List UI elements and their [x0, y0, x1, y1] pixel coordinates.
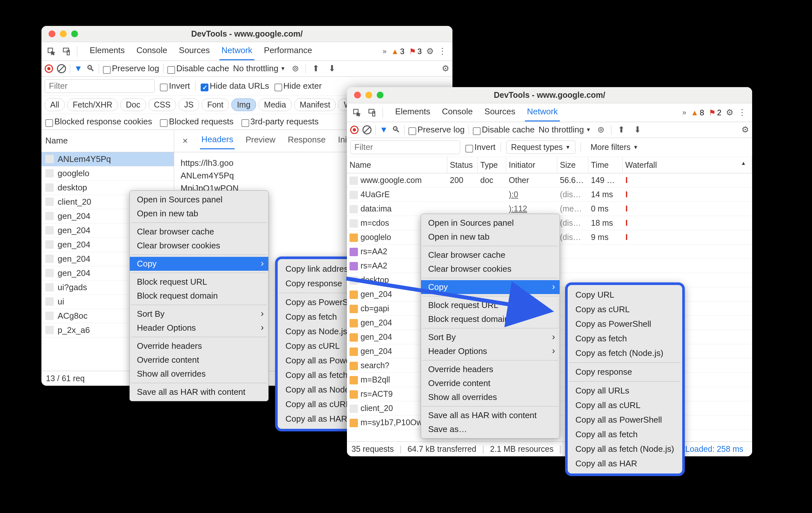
tab-elements[interactable]: Elements: [393, 104, 432, 122]
preserve-log-checkbox[interactable]: Preserve log: [408, 125, 465, 135]
menu-item-block-request-url[interactable]: Block request URL: [421, 298, 559, 312]
filter-input[interactable]: [45, 79, 155, 93]
menu-item-copy[interactable]: Copy: [130, 257, 268, 271]
submenu-item-copy-all-as-har[interactable]: Copy all as HAR: [568, 456, 682, 471]
preserve-log-checkbox[interactable]: Preserve log: [103, 63, 159, 74]
third-party-checkbox[interactable]: 3rd-party requests: [241, 116, 319, 127]
settings-icon[interactable]: ⚙: [726, 108, 733, 117]
tab-performance[interactable]: Performance: [262, 43, 314, 60]
submenu-item-copy-as-curl[interactable]: Copy as cURL: [568, 302, 682, 317]
download-icon[interactable]: ⬇: [326, 63, 338, 74]
menu-item-override-headers[interactable]: Override headers: [130, 339, 268, 353]
blocked-requests-checkbox[interactable]: Blocked requests: [160, 116, 233, 127]
submenu-item-copy-all-as-curl[interactable]: Copy all as cURL: [568, 398, 682, 413]
more-filters[interactable]: More filters▼: [586, 141, 643, 154]
menu-item-open-in-sources-panel[interactable]: Open in Sources panel: [130, 193, 268, 207]
menu-item-save-as-[interactable]: Save as…: [421, 422, 559, 436]
menu-item-block-request-url[interactable]: Block request URL: [130, 275, 268, 289]
submenu-item-copy-url[interactable]: Copy URL: [568, 288, 682, 302]
col-waterfall[interactable]: Waterfall▲: [623, 157, 752, 173]
settings-icon[interactable]: ⚙: [426, 46, 434, 56]
name-column-header[interactable]: Name: [41, 130, 174, 152]
zoom-icon[interactable]: [377, 92, 383, 99]
wifi-icon[interactable]: ⊚: [289, 63, 301, 74]
menu-item-header-options[interactable]: Header Options: [421, 344, 559, 358]
device-icon[interactable]: [60, 45, 73, 58]
warnings-badge[interactable]: ▲8: [691, 108, 704, 117]
menu-item-sort-by[interactable]: Sort By: [421, 330, 559, 344]
record-icon[interactable]: [350, 126, 358, 134]
menu-item-clear-browser-cookies[interactable]: Clear browser cookies: [421, 262, 559, 276]
tab-console[interactable]: Console: [134, 43, 169, 60]
errors-badge[interactable]: ⚑2: [709, 108, 721, 117]
search-icon[interactable]: 🔍︎: [86, 63, 95, 74]
menu-item-override-content[interactable]: Override content: [130, 353, 268, 367]
submenu-item-copy-all-as-fetch[interactable]: Copy all as fetch: [568, 427, 682, 442]
menu-icon[interactable]: ⋮: [738, 108, 746, 117]
upload-icon[interactable]: ⬆: [310, 63, 322, 74]
menu-item-copy[interactable]: Copy: [421, 280, 559, 294]
menu-item-open-in-new-tab[interactable]: Open in new tab: [130, 207, 268, 220]
menu-item-clear-browser-cache[interactable]: Clear browser cache: [421, 248, 559, 262]
invert-checkbox[interactable]: Invert: [160, 81, 190, 91]
minimize-icon[interactable]: [60, 30, 67, 37]
blocked-cookies-checkbox[interactable]: Blocked response cookies: [45, 116, 152, 127]
menu-item-show-all-overrides[interactable]: Show all overrides: [130, 367, 268, 381]
minimize-icon[interactable]: [366, 92, 372, 99]
close-icon[interactable]: [354, 92, 361, 99]
tab-network[interactable]: Network: [525, 104, 559, 122]
submenu-item-copy-as-fetch--node-js-[interactable]: Copy as fetch (Node.js): [568, 346, 682, 360]
tab-sources[interactable]: Sources: [483, 104, 517, 122]
menu-item-block-request-domain[interactable]: Block request domain: [130, 289, 268, 303]
request-row[interactable]: ANLem4Y5Pq: [41, 152, 174, 166]
hide-data-urls-checkbox[interactable]: Hide data URLs: [201, 81, 269, 91]
warnings-badge[interactable]: ▲3: [391, 47, 405, 56]
headers-tab[interactable]: Headers: [200, 132, 234, 149]
submenu-item-copy-response[interactable]: Copy response: [568, 365, 682, 379]
disable-cache-checkbox[interactable]: Disable cache: [473, 125, 534, 135]
col-initiator[interactable]: Initiator: [506, 157, 557, 173]
table-row[interactable]: 4UaGrE):0(dis…14 ms: [347, 188, 752, 202]
menu-item-open-in-sources-panel[interactable]: Open in Sources panel: [421, 216, 559, 230]
request-row[interactable]: googlelo: [41, 166, 174, 181]
errors-badge[interactable]: ⚑3: [409, 47, 422, 56]
filter-pill-css[interactable]: CSS: [149, 99, 176, 111]
col-time[interactable]: Time: [588, 157, 623, 173]
filter-pill-media[interactable]: Media: [259, 99, 292, 111]
close-icon[interactable]: [49, 30, 55, 37]
col-type[interactable]: Type: [478, 157, 506, 173]
menu-item-clear-browser-cookies[interactable]: Clear browser cookies: [130, 239, 268, 252]
table-row[interactable]: www.google.com200docOther56.6…149 …: [347, 173, 752, 188]
menu-item-block-request-domain[interactable]: Block request domain: [421, 312, 559, 326]
record-icon[interactable]: [45, 64, 53, 73]
tab-console[interactable]: Console: [440, 104, 474, 122]
col-status[interactable]: Status: [447, 157, 478, 173]
clear-icon[interactable]: [57, 64, 66, 73]
throttling-select[interactable]: No throttling▼: [539, 125, 591, 135]
tab-network[interactable]: Network: [220, 43, 254, 60]
preview-tab[interactable]: Preview: [244, 133, 277, 148]
tab-sources[interactable]: Sources: [177, 43, 212, 60]
upload-icon[interactable]: ⬆: [615, 125, 628, 135]
zoom-icon[interactable]: [71, 30, 78, 37]
invert-checkbox[interactable]: Invert: [465, 142, 495, 153]
menu-item-override-content[interactable]: Override content: [421, 376, 559, 390]
menu-item-header-options[interactable]: Header Options: [130, 321, 268, 335]
wifi-icon[interactable]: ⊚: [595, 125, 607, 135]
submenu-item-copy-as-fetch[interactable]: Copy as fetch: [568, 331, 682, 346]
panel-settings-icon[interactable]: ⚙: [742, 125, 749, 135]
menu-item-show-all-overrides[interactable]: Show all overrides: [421, 390, 559, 404]
throttling-select[interactable]: No throttling▼: [233, 63, 285, 74]
filter-pill-doc[interactable]: Doc: [120, 99, 146, 111]
panel-settings-icon[interactable]: ⚙: [442, 63, 449, 74]
more-tabs-icon[interactable]: »: [382, 47, 386, 56]
submenu-item-copy-as-powershell[interactable]: Copy as PowerShell: [568, 317, 682, 331]
submenu-item-copy-all-as-powershell[interactable]: Copy all as PowerShell: [568, 413, 682, 427]
tab-elements[interactable]: Elements: [88, 43, 126, 60]
filter-pill-manifest[interactable]: Manifest: [294, 99, 336, 111]
request-types-filter[interactable]: Request types▼: [506, 140, 575, 154]
col-size[interactable]: Size: [557, 157, 588, 173]
menu-item-sort-by[interactable]: Sort By: [130, 307, 268, 321]
download-icon[interactable]: ⬇: [631, 125, 644, 135]
submenu-item-copy-all-as-fetch--node-js-[interactable]: Copy all as fetch (Node.js): [568, 442, 682, 456]
